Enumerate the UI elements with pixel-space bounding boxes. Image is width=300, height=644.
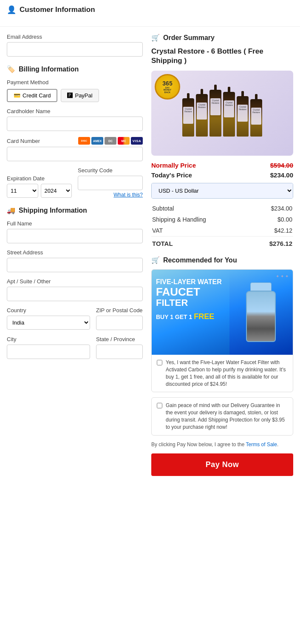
cardholder-name-label: Cardholder Name [7,108,143,114]
email-label: Email Address [7,34,143,40]
product-title: Crystal Restore - 6 Bottles ( Free Shipp… [151,47,293,66]
email-input[interactable] [7,42,143,57]
faucet-checkbox-area: Yes, I want the Five-Layer Water Faucet … [152,355,293,392]
terms-link[interactable]: Terms of Sale [246,442,277,447]
total-label: TOTAL [151,237,249,250]
payment-buttons: 💳 Credit Card 🅿 PayPal [7,89,143,102]
exp-month-select[interactable]: 11 01 02 03 04 05 06 07 08 09 10 12 [7,184,38,198]
vat-label: VAT [151,225,249,237]
bottle-label-6: CrystalRestore [251,108,261,125]
buy-text: BUY 1 GET 1 [156,313,194,320]
exp-security-row: Expiration Date 11 01 02 03 04 05 06 07 … [7,167,143,198]
free-text: FREE [194,312,214,321]
today-price-row: Today's Price $234.00 [151,171,293,179]
subtotal-value: $234.00 [249,203,293,214]
order-icon: 🛒 [151,34,160,42]
country-group: Country India United States United Kingd… [7,307,90,330]
delivery-checkbox-area: Gain peace of mind with our Delivery Gua… [152,398,293,435]
faucet-filter-card: ✦ ✦ ✦ FIVE-LAYER WATER FAUCET FILTER BUY… [151,269,293,392]
totals-table: Subtotal $234.00 Shipping & Handling $0.… [151,203,293,249]
discover-icon: DISC [78,137,90,145]
what-is-this-link[interactable]: What is this? [78,192,143,198]
apt-input[interactable] [7,287,143,301]
order-summary-header: 🛒 Order Summary [151,34,293,42]
security-group: Security Code What is this? [78,167,143,198]
guarantee-badge: 365 DAYMONEYBACK [155,74,180,100]
credit-card-icon: 💳 [14,92,20,99]
zip-input[interactable] [96,316,143,330]
product-image: 365 DAYMONEYBACK CrystalRestore CrystalR… [151,71,293,156]
bottle-label-2: CrystalRestore [197,103,207,120]
faucet-line3: FILTER [156,298,222,308]
subtotal-label: Subtotal [151,203,249,214]
right-column: 🛒 Order Summary Crystal Restore - 6 Bott… [151,34,293,476]
security-code-input[interactable] [78,176,143,190]
customer-icon: 👤 [7,5,16,14]
terms-text: By clicking Pay Now below, I agree to th… [151,441,293,448]
credit-card-button[interactable]: 💳 Credit Card [7,89,57,102]
apt-label: Apt / Suite / Other [7,278,143,285]
subtotal-row: Subtotal $234.00 [151,203,293,214]
card-number-label: Card Number [7,138,40,144]
left-column: Email Address 🏷️ Billing Information Pay… [7,34,143,365]
terms-period: . [277,442,278,447]
bottle-1: CrystalRestore [182,98,194,137]
state-group: State / Province [96,336,143,359]
delivery-guarantee-card: Gain peace of mind with our Delivery Gua… [151,397,293,435]
faucet-img-right [229,270,293,355]
security-label: Security Code [78,167,143,174]
faucet-checkbox[interactable] [157,360,162,365]
mastercard-icon: MC [118,137,130,145]
terms-prefix: By clicking Pay Now below, I agree to th… [151,442,246,447]
currency-select[interactable]: USD - US Dollar EUR - Euro GBP - British… [152,183,293,198]
bottle-5: CrystalRestore [237,96,249,137]
filter-visual-container [246,282,276,342]
recommended-header: 🛒 Recommended for You [151,256,293,264]
pay-now-button[interactable]: Pay Now [151,453,293,476]
customer-info-header: 👤 Customer Information [0,0,300,27]
expiration-group: Expiration Date 11 01 02 03 04 05 06 07 … [7,175,72,198]
city-label: City [7,336,90,342]
cardholder-name-input[interactable] [7,117,143,131]
today-price-label: Today's Price [151,171,192,179]
shipping-handling-label: Shipping & Handling [151,214,249,225]
city-state-row: City State / Province [7,336,143,359]
full-name-input[interactable] [7,229,143,243]
buy-line: BUY 1 GET 1 FREE [156,313,222,321]
country-label: Country [7,307,90,313]
payment-method-group: Payment Method 💳 Credit Card 🅿 PayPal [7,79,143,102]
delivery-checkbox[interactable] [157,403,162,408]
paypal-button[interactable]: 🅿 PayPal [61,89,99,102]
bottle-label-1: CrystalRestore [183,107,193,124]
today-price-value: $234.00 [270,171,293,179]
faucet-image: ✦ ✦ ✦ FIVE-LAYER WATER FAUCET FILTER BUY… [152,270,293,355]
currency-select-wrapper: USD - US Dollar EUR - Euro GBP - British… [151,183,293,199]
city-input[interactable] [7,345,90,359]
diners-icon: DC [105,137,116,145]
exp-year-select[interactable]: 2024 2025 2026 2027 2028 2029 2030 [41,184,72,198]
street-label: Street Address [7,249,143,256]
paypal-label: PayPal [75,92,92,99]
card-number-input[interactable] [7,147,143,161]
exp-selects: 11 01 02 03 04 05 06 07 08 09 10 12 [7,184,72,198]
state-label: State / Province [96,336,143,342]
visa-icon: VISA [131,137,143,145]
shipping-header: 🚚 Shipping Information [7,206,143,214]
state-input[interactable] [96,345,143,359]
country-select[interactable]: India United States United Kingdom Canad… [7,316,90,330]
delivery-checkbox-text: Gain peace of mind with our Delivery Gua… [166,402,288,430]
vat-value: $42.12 [249,225,293,237]
expiration-label: Expiration Date [7,175,72,182]
zip-group: ZIP or Postal Code [96,307,143,330]
filter-body [246,291,276,342]
bottle-3: CrystalRestore [209,90,221,137]
faucet-text-overlay: FIVE-LAYER WATER FAUCET FILTER BUY 1 GET… [156,278,222,321]
card-number-group: Card Number DISC AMEX DC MC VISA [7,137,143,161]
normally-price-value: $594.00 [270,162,293,169]
full-name-group: Full Name [7,220,143,243]
bottles-container: CrystalRestore CrystalRestore CrystalRes… [178,85,266,141]
total-value: $276.12 [249,237,293,250]
shipping-row: Shipping & Handling $0.00 [151,214,293,225]
street-input[interactable] [7,258,143,272]
shipping-handling-value: $0.00 [249,214,293,225]
